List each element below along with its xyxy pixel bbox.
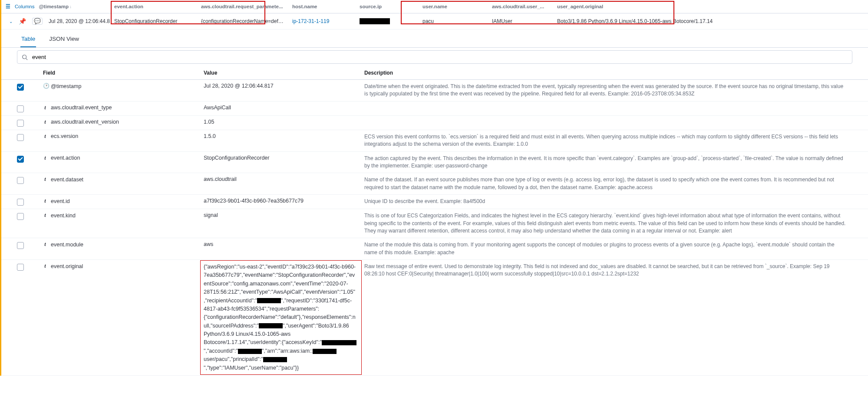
field-row: taws.cloudtrail.event_typeAwsApiCall — [1, 102, 868, 116]
field-description: Name of the module this data is coming f… — [364, 241, 852, 256]
field-checkbox[interactable] — [17, 84, 24, 91]
field-value: Jul 28, 2020 @ 12:06:44.817 — [204, 83, 364, 89]
field-value: a7f39c23-9b01-4f3c-b960-7ea35b677c79 — [204, 198, 364, 204]
field-checkbox[interactable] — [17, 134, 24, 141]
field-row: tevent.kindsignalThis is one of four ECS… — [1, 209, 868, 238]
field-description: The action captured by the event. This d… — [364, 155, 852, 170]
tab-json-view[interactable]: JSON View — [48, 36, 80, 47]
tab-table[interactable]: Table — [20, 36, 36, 47]
field-row: tevent.datasetaws.cloudtrailName of the … — [1, 173, 868, 195]
field-checkbox[interactable] — [17, 264, 24, 271]
field-name: event.dataset — [51, 177, 83, 183]
text-type-icon: t — [43, 241, 47, 248]
field-value: aws.cloudtrail — [204, 176, 364, 182]
field-checkbox[interactable] — [17, 120, 24, 127]
field-row: taws.cloudtrail.event_version1.05 — [1, 116, 868, 130]
text-type-icon: t — [43, 263, 47, 269]
cell-user-agent: Boto3/1.9.86 Python/3.6.9 Linux/4.15.0-1… — [553, 14, 868, 29]
field-name: ecs.version — [51, 133, 78, 139]
col-cloudtrail-user[interactable]: aws.cloudtrail.user_... — [488, 0, 553, 13]
field-description: Unique ID to describe the event. Example… — [364, 198, 852, 205]
columns-link[interactable]: Columns — [15, 4, 34, 9]
search-icon — [22, 54, 28, 60]
svg-point-0 — [23, 55, 26, 59]
field-name: aws.cloudtrail.event_version — [51, 119, 119, 125]
expand-caret-icon[interactable]: ⌄ — [9, 19, 13, 24]
event-row[interactable]: ⌄ 📌 💬 Jul 28, 2020 @ 12:06:44.817 StopCo… — [1, 13, 868, 29]
field-row: tecs.version1.5.0ECS version this event … — [1, 130, 868, 152]
field-value: signal — [204, 212, 364, 218]
th-field: Field — [43, 70, 204, 76]
col-host-name[interactable]: host.name — [288, 0, 355, 13]
field-row: @timestampJul 28, 2020 @ 12:06:44.817Dat… — [1, 80, 868, 102]
text-type-icon: t — [43, 105, 47, 111]
field-name: @timestamp — [51, 83, 81, 89]
col-user-name[interactable]: user.name — [418, 0, 488, 13]
cell-user-type: IAMUser — [488, 14, 553, 29]
field-value: {"awsRegion":"us-east-2","eventID":"a7f3… — [204, 263, 364, 372]
field-row: tevent.original{"awsRegion":"us-east-2",… — [1, 260, 868, 376]
field-description: Name of the dataset. If an event source … — [364, 176, 852, 191]
field-search[interactable] — [17, 50, 852, 64]
comment-icon[interactable]: 💬 — [32, 18, 43, 25]
text-type-icon: t — [43, 119, 47, 125]
columns-header: ☰ Columns @timestamp↓ event.action aws.c… — [1, 0, 868, 13]
field-checkbox[interactable] — [17, 177, 24, 184]
field-checkbox[interactable] — [17, 213, 24, 220]
detail-tabs: Table JSON View — [1, 29, 868, 48]
field-row: tevent.ida7f39c23-9b01-4f3c-b960-7ea35b6… — [1, 195, 868, 209]
field-name: event.module — [51, 242, 83, 248]
cell-request-params: {configurationRecorderName=default} — [197, 14, 288, 29]
th-description: Description — [364, 70, 852, 76]
field-description: ECS version this event conforms to. `ecs… — [364, 133, 852, 148]
field-checkbox[interactable] — [17, 199, 24, 206]
field-description: This is one of four ECS Categorization F… — [364, 212, 852, 235]
svg-line-1 — [26, 58, 28, 60]
field-row: tevent.actionStopConfigurationRecorderTh… — [1, 152, 868, 174]
field-row: tevent.moduleawsName of the module this … — [1, 238, 868, 260]
field-value: aws — [204, 241, 364, 247]
cell-host-name[interactable]: ip-172-31-1-119 — [288, 14, 355, 29]
col-event-action[interactable]: event.action — [110, 0, 197, 13]
field-name: event.kind — [51, 213, 76, 219]
col-timestamp[interactable]: @timestamp↓ — [39, 4, 72, 9]
cell-timestamp: Jul 28, 2020 @ 12:06:44.817 — [49, 18, 110, 24]
field-name: event.id — [51, 198, 70, 204]
col-user-agent[interactable]: user_agent.original — [553, 0, 868, 13]
text-type-icon: t — [43, 198, 47, 204]
columns-icon[interactable]: ☰ — [6, 3, 10, 10]
field-checkbox[interactable] — [17, 105, 24, 112]
col-source-ip[interactable]: source.ip — [355, 0, 418, 13]
detail-table-head: Field Value Description — [1, 64, 868, 80]
field-checkbox[interactable] — [17, 242, 24, 249]
cell-source-ip — [355, 14, 418, 29]
th-value: Value — [204, 70, 364, 76]
text-type-icon: t — [43, 212, 47, 219]
field-value: 1.5.0 — [204, 133, 364, 139]
field-name: aws.cloudtrail.event_type — [51, 105, 112, 111]
text-type-icon: t — [43, 133, 47, 140]
field-name: event.original — [51, 263, 83, 269]
text-type-icon: t — [43, 176, 47, 183]
field-description: Raw text message of entire event. Used t… — [364, 263, 852, 278]
pin-icon[interactable]: 📌 — [19, 18, 26, 25]
cell-user-name: pacu — [418, 14, 488, 29]
field-name: event.action — [51, 155, 80, 161]
search-input[interactable] — [32, 54, 848, 60]
text-type-icon: t — [43, 155, 47, 161]
cell-event-action: StopConfigurationRecorder — [110, 14, 197, 29]
field-value: 1.05 — [204, 119, 364, 125]
clock-icon — [43, 83, 47, 89]
field-description: Date/time when the event originated. Thi… — [364, 83, 852, 98]
field-value: AwsApiCall — [204, 105, 364, 111]
field-checkbox[interactable] — [17, 156, 24, 163]
col-request-parameters[interactable]: aws.cloudtrail.request_paramete... — [197, 0, 288, 13]
field-value: StopConfigurationRecorder — [204, 155, 364, 161]
